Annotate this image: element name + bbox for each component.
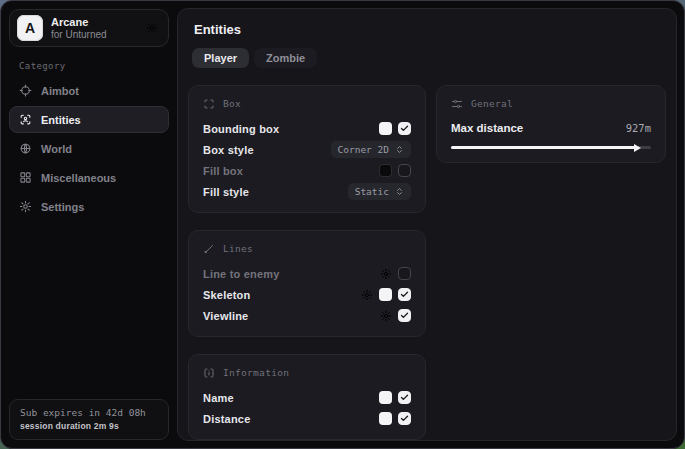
slider-row-max-distance: Max distance927m [451, 118, 651, 152]
card-title: Lines [223, 243, 253, 254]
setting-row-bounding-box: Bounding box [203, 118, 411, 139]
checkbox[interactable] [398, 122, 411, 135]
dropdown-fill-style[interactable]: Static [348, 183, 411, 200]
slider-row-top: Max distance927m [451, 118, 651, 138]
tab-label: Zombie [266, 52, 305, 64]
blocks-icon [19, 171, 32, 184]
app-window: A Arcane for Unturned Category AimbotEnt… [0, 0, 685, 449]
color-swatch[interactable] [379, 391, 392, 404]
sidebar-item-aimbot[interactable]: Aimbot [9, 77, 169, 104]
sidebar-item-label: World [41, 143, 72, 155]
sidebar-item-label: Entities [41, 114, 81, 126]
tab-player[interactable]: Player [192, 48, 249, 68]
setting-row-skeleton: Skeleton [203, 284, 411, 305]
row-label: Line to enemy [203, 268, 280, 280]
card-header: Lines [203, 241, 411, 256]
subscription-expires: Sub expires in 42d 08h [20, 407, 158, 418]
sidebar-item-settings[interactable]: Settings [9, 193, 169, 220]
card-header: General [451, 96, 651, 111]
card-title: Information [223, 367, 289, 378]
brand-settings-gear-icon[interactable] [146, 22, 158, 34]
session-duration: session duration 2m 9s [20, 421, 158, 431]
chevrons-up-down-icon [395, 145, 404, 154]
sidebar: A Arcane for Unturned Category AimbotEnt… [1, 1, 177, 448]
crosshair-icon [19, 84, 32, 97]
app-logo: A [17, 15, 43, 41]
card-lines: LinesLine to enemySkeletonViewline [188, 230, 426, 337]
max-distance-slider[interactable] [451, 143, 651, 152]
info-brackets-icon [203, 367, 215, 379]
gear-icon [19, 200, 32, 213]
brand-name: Arcane [51, 16, 107, 29]
main-panel: Entities PlayerZombie BoxBounding boxBox… [177, 8, 677, 441]
tab-bar: PlayerZombie [192, 48, 666, 68]
sidebar-item-label: Aimbot [41, 85, 79, 97]
brand-box: A Arcane for Unturned [9, 9, 169, 47]
sidebar-nav: AimbotEntitiesWorldMiscellaneousSettings [1, 77, 177, 220]
gear-icon[interactable] [380, 268, 392, 280]
gear-icon[interactable] [380, 310, 392, 322]
row-label: Fill style [203, 186, 249, 198]
brand-text: Arcane for Unturned [51, 16, 107, 40]
dropdown-box-style[interactable]: Corner 2D [331, 141, 411, 158]
page-title: Entities [194, 22, 666, 37]
setting-row-box-style: Box styleCorner 2D [203, 139, 411, 160]
sliders-icon [451, 98, 463, 110]
checkbox[interactable] [398, 164, 411, 177]
box-corners-icon [203, 98, 215, 110]
sidebar-item-entities[interactable]: Entities [9, 106, 169, 133]
checkbox[interactable] [398, 412, 411, 425]
setting-row-fill-box: Fill box [203, 160, 411, 181]
content: BoxBounding boxBox styleCorner 2DFill bo… [188, 85, 666, 440]
check-icon [400, 393, 409, 402]
card-title: General [471, 98, 513, 109]
card-information: InformationNameDistance [188, 354, 426, 440]
row-controls [379, 164, 411, 177]
brand-subtitle: for Unturned [51, 29, 107, 41]
subscription-box: Sub expires in 42d 08h session duration … [9, 399, 169, 440]
row-label: Name [203, 392, 234, 404]
globe-icon [19, 142, 32, 155]
checkbox[interactable] [398, 267, 411, 280]
row-controls: Corner 2D [331, 141, 411, 158]
row-label: Viewline [203, 310, 248, 322]
slider-fill [451, 146, 636, 149]
checkbox[interactable] [398, 309, 411, 322]
setting-row-line-to-enemy: Line to enemy [203, 263, 411, 284]
tab-label: Player [204, 52, 237, 64]
check-icon [400, 124, 409, 133]
row-controls [379, 391, 411, 404]
row-controls: Static [348, 183, 411, 200]
color-swatch[interactable] [379, 288, 392, 301]
diagonal-line-icon [203, 243, 215, 255]
checkbox[interactable] [398, 288, 411, 301]
color-swatch[interactable] [379, 122, 392, 135]
check-icon [400, 414, 409, 423]
gear-icon[interactable] [361, 289, 373, 301]
tab-zombie[interactable]: Zombie [254, 48, 317, 68]
check-icon [400, 290, 409, 299]
color-swatch[interactable] [379, 412, 392, 425]
sidebar-item-miscellaneous[interactable]: Miscellaneous [9, 164, 169, 191]
slider-thumb-arrow[interactable] [634, 144, 641, 152]
dropdown-value: Static [355, 186, 389, 197]
setting-row-fill-style: Fill styleStatic [203, 181, 411, 202]
cards-column: BoxBounding boxBox styleCorner 2DFill bo… [188, 85, 426, 440]
row-controls [380, 309, 411, 322]
row-label: Bounding box [203, 123, 279, 135]
general-column: GeneralMax distance927m [436, 85, 666, 163]
row-controls [380, 267, 411, 280]
setting-row-viewline: Viewline [203, 305, 411, 326]
entities-scan-icon [19, 113, 32, 126]
card-header: Box [203, 96, 411, 111]
sidebar-item-label: Miscellaneous [41, 172, 116, 184]
row-label: Box style [203, 144, 254, 156]
row-label: Skeleton [203, 289, 250, 301]
checkbox[interactable] [398, 391, 411, 404]
color-swatch[interactable] [379, 164, 392, 177]
row-controls [361, 288, 411, 301]
card-box: BoxBounding boxBox styleCorner 2DFill bo… [188, 85, 426, 213]
sidebar-item-world[interactable]: World [9, 135, 169, 162]
card-title: Box [223, 98, 241, 109]
row-controls [379, 412, 411, 425]
